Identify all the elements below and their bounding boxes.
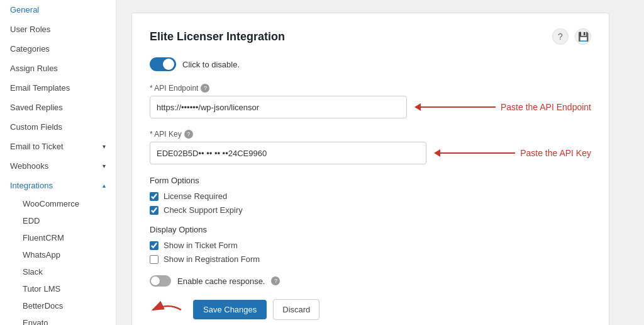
api-key-input-row: Paste the API Key xyxy=(150,142,591,164)
enable-toggle[interactable] xyxy=(150,57,176,71)
sidebar-item-user-roles[interactable]: User Roles xyxy=(0,20,116,39)
sidebar-item-fluentcrm[interactable]: FluentCRM xyxy=(18,229,116,246)
sidebar-item-assign-rules[interactable]: Assign Rules xyxy=(0,59,116,78)
discard-button[interactable]: Discard xyxy=(273,299,319,320)
save-arrow-icon xyxy=(150,301,184,319)
apikey-annotation: Paste the API Key xyxy=(520,148,591,158)
endpoint-arrow: Paste the API Endpoint xyxy=(414,102,591,112)
sidebar-item-email-to-ticket[interactable]: Email to Ticket ▾ xyxy=(0,137,116,156)
api-endpoint-info-icon[interactable]: ? xyxy=(201,84,209,93)
sidebar-item-slack[interactable]: Slack xyxy=(18,263,116,280)
page-header: Elite Licenser Integration ? 💾 xyxy=(150,28,591,45)
cache-info-icon[interactable]: ? xyxy=(271,277,280,285)
sidebar-item-categories[interactable]: Categories xyxy=(0,39,116,59)
toggle-label: Click to disable. xyxy=(182,60,240,69)
check-support-expiry-label[interactable]: Check Support Expiry xyxy=(164,205,243,215)
api-endpoint-group: * API Endpoint ? Paste the API Endpoint xyxy=(150,84,591,118)
sidebar: General User Roles Categories Assign Rul… xyxy=(0,0,116,325)
endpoint-annotation: Paste the API Endpoint xyxy=(501,102,591,112)
api-key-input[interactable] xyxy=(150,142,426,164)
check-support-expiry-row: Check Support Expiry xyxy=(150,205,591,215)
sidebar-item-saved-replies[interactable]: Saved Replies xyxy=(0,98,116,117)
sidebar-item-edd[interactable]: EDD xyxy=(18,212,116,229)
sidebar-item-email-templates[interactable]: Email Templates xyxy=(0,78,116,98)
api-endpoint-input[interactable] xyxy=(150,96,407,118)
show-in-registration-checkbox[interactable] xyxy=(150,255,158,264)
show-in-ticket-form-checkbox[interactable] xyxy=(150,241,158,250)
sidebar-item-woocommerce[interactable]: WooCommerce xyxy=(18,195,116,212)
api-endpoint-input-row: Paste the API Endpoint xyxy=(150,96,591,118)
save-changes-button[interactable]: Save Changes xyxy=(193,300,267,319)
check-support-expiry-checkbox[interactable] xyxy=(150,206,158,215)
sidebar-item-envato[interactable]: Envato xyxy=(18,314,116,325)
action-buttons-row: Save Changes Discard xyxy=(150,299,591,320)
license-required-checkbox[interactable] xyxy=(150,192,158,201)
main-content: Elite Licenser Integration ? 💾 Click to … xyxy=(116,0,644,325)
form-options-title: Form Options xyxy=(150,176,591,185)
content-box: Elite Licenser Integration ? 💾 Click to … xyxy=(131,13,609,325)
sidebar-sub-integrations: WooCommerce EDD FluentCRM WhatsApp Slack… xyxy=(0,195,116,325)
sidebar-item-whatsapp[interactable]: WhatsApp xyxy=(18,246,116,263)
show-in-ticket-form-label[interactable]: Show in Ticket Form xyxy=(164,241,238,250)
cache-toggle[interactable] xyxy=(150,275,171,287)
chevron-down-icon: ▾ xyxy=(103,143,106,150)
apikey-arrow: Paste the API Key xyxy=(434,148,591,158)
sidebar-item-general[interactable]: General xyxy=(0,0,116,20)
toggle-row: Click to disable. xyxy=(150,57,591,71)
license-required-row: License Required xyxy=(150,191,591,201)
chevron-down-icon: ▾ xyxy=(103,162,106,169)
sidebar-item-webhooks[interactable]: Webhooks ▾ xyxy=(0,156,116,176)
cache-toggle-knob xyxy=(151,277,160,285)
sidebar-item-betterdocs[interactable]: BetterDocs xyxy=(18,297,116,314)
show-in-registration-label[interactable]: Show in Registration Form xyxy=(164,254,260,264)
form-options-section: Form Options License Required Check Supp… xyxy=(150,176,591,215)
sidebar-item-tutor-lms[interactable]: Tutor LMS xyxy=(18,280,116,297)
arrow-line xyxy=(440,152,515,154)
chevron-up-icon: ▴ xyxy=(103,182,106,189)
api-key-group: * API Key ? Paste the API Key xyxy=(150,130,591,164)
display-options-title: Display Options xyxy=(150,225,591,234)
show-in-ticket-form-row: Show in Ticket Form xyxy=(150,241,591,250)
help-icon[interactable]: ? xyxy=(552,28,569,45)
cache-toggle-row: Enable cache response. ? xyxy=(150,275,591,287)
show-in-registration-row: Show in Registration Form xyxy=(150,254,591,264)
api-key-label: * API Key ? xyxy=(150,130,591,139)
sidebar-item-custom-fields[interactable]: Custom Fields xyxy=(0,117,116,137)
toggle-knob xyxy=(163,59,174,70)
header-icons: ? 💾 xyxy=(552,28,591,45)
display-options-section: Display Options Show in Ticket Form Show… xyxy=(150,225,591,264)
license-required-label[interactable]: License Required xyxy=(164,191,227,201)
save-icon[interactable]: 💾 xyxy=(575,28,591,45)
page-title: Elite Licenser Integration xyxy=(150,30,285,43)
sidebar-item-integrations[interactable]: Integrations ▴ xyxy=(0,176,116,195)
cache-toggle-label: Enable cache response. xyxy=(177,277,265,286)
api-endpoint-label: * API Endpoint ? xyxy=(150,84,591,93)
arrow-line xyxy=(420,106,496,108)
api-key-info-icon[interactable]: ? xyxy=(184,130,193,139)
